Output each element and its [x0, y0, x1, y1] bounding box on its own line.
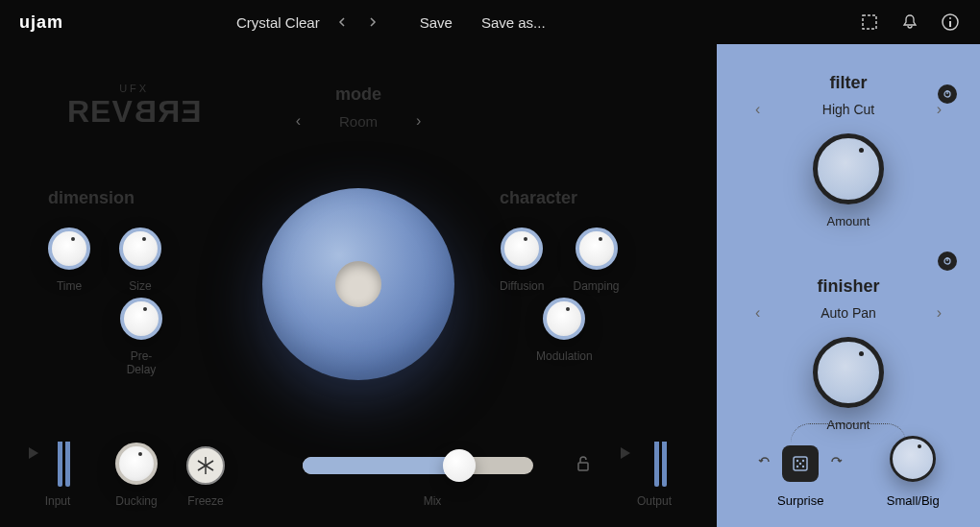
save-area: Save Save as... [420, 14, 546, 31]
damping-knob-item: Damping [573, 228, 619, 293]
filter-section: filter ‹ High Cut › Amount [717, 44, 980, 257]
bell-icon[interactable] [899, 12, 920, 33]
mode-selector: ‹ Room › [296, 112, 422, 130]
dimension-knobs: Time Size [48, 228, 161, 293]
freeze-section: Freeze [186, 446, 225, 508]
input-label: Input [29, 494, 86, 508]
output-label: Output [621, 494, 688, 508]
redo-icon[interactable] [828, 454, 844, 473]
preset-next-icon[interactable] [364, 13, 381, 31]
input-play-icon[interactable] [29, 447, 38, 459]
mix-section: Mix [273, 446, 592, 508]
output-play-icon[interactable] [621, 447, 630, 459]
mix-fill [303, 457, 464, 474]
mode-value[interactable]: Room [339, 113, 378, 130]
filter-power-button[interactable] [938, 84, 957, 104]
character-knobs: Diffusion Damping [500, 228, 620, 293]
finisher-value[interactable]: Auto Pan [821, 305, 876, 321]
main-knob[interactable] [262, 188, 454, 380]
surprise-row: Surprise Small/Big [717, 436, 980, 508]
mode-next-icon[interactable]: › [416, 112, 421, 130]
character-section: character Diffusion Damping Modulation [500, 188, 620, 293]
left-panel: UFX REVERB mode ‹ Room › dimension Time [0, 44, 717, 527]
size-label: Size [119, 279, 161, 293]
snowflake-icon [195, 455, 216, 476]
damping-label: Damping [573, 279, 619, 293]
time-label: Time [48, 279, 90, 293]
filter-value[interactable]: High Cut [822, 102, 874, 117]
finisher-amount-knob[interactable] [813, 337, 884, 408]
mode-title: mode [296, 84, 422, 105]
main-area: UFX REVERB mode ‹ Room › dimension Time [0, 44, 980, 527]
time-knob[interactable] [48, 228, 90, 270]
mix-label: Mix [273, 494, 592, 508]
svg-rect-7 [578, 463, 588, 470]
input-section: Input [29, 412, 86, 508]
modulation-label: Modulation [536, 349, 593, 363]
surprise-buttons [757, 445, 844, 482]
svg-rect-3 [949, 21, 951, 27]
finisher-power-button[interactable] [938, 252, 957, 271]
header-right-icons [859, 12, 961, 33]
bottom-row: Input Ducking Freeze [0, 412, 717, 508]
right-panel: filter ‹ High Cut › Amount finisher ‹ Au… [717, 44, 980, 527]
filter-amount-label: Amount [736, 214, 961, 228]
finisher-prev-icon[interactable]: ‹ [755, 304, 760, 322]
finisher-selector: ‹ Auto Pan › [736, 304, 961, 322]
svg-point-15 [799, 463, 801, 465]
unlock-icon[interactable] [575, 455, 592, 476]
modulation-knob[interactable] [543, 298, 585, 340]
undo-icon[interactable] [757, 454, 772, 473]
ducking-label: Ducking [115, 494, 158, 508]
freeze-label: Freeze [186, 494, 225, 508]
ducking-section: Ducking [115, 443, 158, 508]
svg-point-17 [802, 466, 804, 467]
modulation-knob-item: Modulation [536, 298, 593, 363]
size-knob[interactable] [119, 228, 161, 270]
damping-knob[interactable] [576, 228, 618, 270]
filter-next-icon[interactable]: › [937, 101, 942, 118]
filter-title: filter [736, 73, 961, 93]
preset-prev-icon[interactable] [333, 13, 351, 31]
filter-prev-icon[interactable]: ‹ [755, 101, 760, 118]
size-knob-item: Size [119, 228, 161, 293]
save-as-button[interactable]: Save as... [481, 14, 546, 31]
mix-slider[interactable] [303, 446, 533, 485]
filter-amount-knob[interactable] [813, 133, 884, 204]
mix-thumb[interactable] [443, 449, 476, 482]
time-knob-item: Time [48, 228, 90, 293]
dice-icon [791, 454, 810, 473]
product-logo: UFX REVERB [67, 83, 201, 130]
diffusion-label: Diffusion [500, 279, 544, 293]
product-sub: UFX [67, 83, 201, 94]
smallbig-section: Small/Big [887, 436, 940, 508]
svg-point-16 [796, 466, 798, 467]
smallbig-knob[interactable] [890, 436, 936, 482]
svg-point-2 [949, 17, 951, 19]
finisher-next-icon[interactable]: › [937, 304, 942, 322]
finisher-title: finisher [736, 276, 961, 297]
diffusion-knob[interactable] [501, 228, 543, 270]
product-main: REVERB [67, 94, 201, 130]
freeze-button[interactable] [186, 446, 225, 485]
mode-prev-icon[interactable]: ‹ [296, 112, 301, 130]
predelay-knob[interactable] [120, 298, 162, 340]
output-section: Output [621, 412, 688, 508]
predelay-label: Pre-Delay [120, 349, 162, 376]
output-meter [654, 412, 668, 487]
dimension-title: dimension [48, 188, 161, 208]
preset-area: Crystal Clear [236, 13, 381, 31]
surprise-dice-button[interactable] [782, 445, 819, 482]
fullscreen-icon[interactable] [859, 12, 880, 33]
info-icon[interactable] [940, 12, 961, 33]
surprise-label: Surprise [757, 493, 844, 508]
svg-point-14 [802, 460, 804, 462]
svg-point-13 [796, 460, 798, 462]
dimension-section: dimension Time Size Pre-Delay [48, 188, 161, 293]
predelay-knob-item: Pre-Delay [120, 298, 162, 376]
preset-name[interactable]: Crystal Clear [236, 14, 320, 31]
surprise-controls: Surprise [757, 445, 844, 508]
ducking-knob[interactable] [115, 443, 158, 485]
brand-logo: ujam [19, 12, 63, 33]
save-button[interactable]: Save [420, 14, 453, 31]
